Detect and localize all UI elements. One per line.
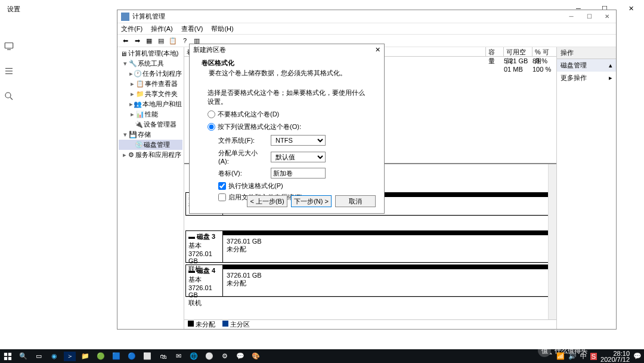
- fs-select[interactable]: NTFS: [271, 135, 326, 146]
- powershell-icon[interactable]: ＞: [64, 352, 76, 361]
- alloc-select[interactable]: 默认值: [271, 152, 326, 162]
- tree-localusers[interactable]: 本地用户和组: [143, 100, 182, 109]
- disk-label[interactable]: ▬ 磁盘 3 基本 3726.01 GB 联机: [185, 230, 222, 263]
- quick-format-label[interactable]: 执行快速格式化(P): [228, 182, 283, 190]
- mmc-maximize-button[interactable]: ☐: [580, 10, 598, 22]
- disk-size: 3726.01 GB: [188, 250, 220, 264]
- row-pct: 83 %: [532, 57, 556, 64]
- settings-taskbar-icon[interactable]: ⚙: [217, 349, 233, 363]
- mmc-close-button[interactable]: ✕: [598, 10, 616, 22]
- tray-icon[interactable]: S: [590, 353, 597, 360]
- menu-action[interactable]: 操作(A): [151, 24, 173, 33]
- toolbar-up-icon[interactable]: ▦: [144, 35, 154, 46]
- start-button[interactable]: [0, 349, 16, 363]
- line-icon[interactable]: 💬: [233, 349, 248, 363]
- mail-icon[interactable]: ✉: [171, 349, 186, 363]
- menu-view[interactable]: 查看(V): [181, 24, 203, 33]
- disk-partition[interactable]: 3726.01 GB 未分配: [222, 264, 555, 297]
- compress-checkbox[interactable]: [218, 193, 226, 201]
- app-icon-2[interactable]: 🔵: [124, 349, 140, 363]
- app-icon-1[interactable]: 🟦: [109, 349, 124, 363]
- disk-label[interactable]: ▬ 磁盘 4 基本 3726.01 GB 联机: [185, 264, 222, 297]
- toolbar-fwd-icon[interactable]: ➡: [132, 35, 143, 46]
- partition-size: 3726.01 GB: [227, 238, 551, 245]
- disk-name: ▬ 磁盘 4: [188, 267, 215, 274]
- tree-diskmgmt[interactable]: 磁盘管理: [144, 140, 170, 149]
- search-taskbar-icon[interactable]: 🔍: [16, 349, 31, 363]
- chrome-icon[interactable]: 🟢: [93, 349, 109, 363]
- close-button[interactable]: ✕: [618, 0, 644, 17]
- app-icon-3[interactable]: ⬜: [140, 349, 155, 363]
- tree-root[interactable]: 计算机管理(本地): [128, 49, 178, 58]
- mmc-title: 计算机管理: [132, 12, 165, 21]
- actions-more[interactable]: 更多操作▸: [557, 72, 616, 84]
- actions-diskmgmt[interactable]: 磁盘管理▴: [557, 59, 616, 72]
- tree-systools[interactable]: 系统工具: [138, 59, 164, 68]
- device-icon: 🔌: [135, 121, 143, 128]
- paint-icon[interactable]: 🎨: [248, 349, 264, 363]
- wizard-close-icon[interactable]: ✕: [375, 46, 380, 54]
- explorer-icon[interactable]: 📁: [78, 349, 93, 363]
- row-free: 01 MB: [504, 66, 532, 73]
- scrollbar[interactable]: [548, 164, 556, 319]
- computer-icon: 🖥: [120, 50, 127, 57]
- tray-ime-icon[interactable]: 中: [580, 352, 587, 361]
- vol-input[interactable]: [271, 168, 326, 179]
- radio-no-format-label[interactable]: 不要格式化这个卷(D): [218, 110, 279, 119]
- tray-volume-icon[interactable]: 🔊: [568, 352, 577, 360]
- col-capacity[interactable]: 容量: [486, 47, 504, 56]
- svg-point-5: [5, 93, 11, 98]
- taskview-icon[interactable]: ▭: [31, 349, 47, 363]
- tree-storage[interactable]: 存储: [138, 130, 151, 139]
- steam-icon[interactable]: ⚪: [202, 349, 217, 363]
- wizard-prompt: 选择是否要格式化这个卷；如果要格式化，要使用什么设置。: [208, 88, 366, 106]
- partition-status: 未分配: [227, 245, 551, 254]
- cancel-button[interactable]: 取消: [335, 195, 376, 207]
- radio-no-format[interactable]: [208, 110, 215, 118]
- radio-format[interactable]: [208, 123, 215, 131]
- menu-file[interactable]: 文件(F): [121, 24, 143, 33]
- list-icon[interactable]: [0, 62, 18, 80]
- tray-network-icon[interactable]: 📶: [556, 352, 565, 360]
- tools-icon: 🔧: [129, 60, 137, 67]
- tree-devmgr[interactable]: 设备管理器: [144, 120, 177, 129]
- alloc-label: 分配单元大小(A):: [218, 149, 266, 165]
- services-icon: ⚙: [128, 152, 134, 159]
- toolbar-refresh-icon[interactable]: 📋: [168, 35, 178, 46]
- tray-up-icon[interactable]: ˄: [549, 352, 553, 360]
- col-pct[interactable]: % 可用: [532, 47, 556, 56]
- col-free[interactable]: 可用空间: [504, 47, 532, 56]
- disk-type: 基本: [188, 275, 220, 284]
- edge-icon[interactable]: ◉: [47, 349, 62, 363]
- radio-format-label[interactable]: 按下列设置格式化这个卷(O):: [218, 122, 301, 131]
- mmc-minimize-button[interactable]: ─: [562, 10, 580, 22]
- disk-partition[interactable]: 3726.01 GB 未分配: [222, 230, 555, 263]
- mmc-tree[interactable]: 🖥计算机管理(本地) ▾🔧系统工具 ▸🕐任务计划程序 ▸📋事件查看器 ▸📁共享文…: [117, 47, 184, 329]
- menu-help[interactable]: 帮助(H): [211, 24, 233, 33]
- quick-format-checkbox[interactable]: [218, 182, 226, 190]
- legend-primary-icon: [222, 321, 228, 327]
- svg-rect-9: [4, 356, 7, 359]
- legend-unalloc-icon: [188, 321, 194, 327]
- tree-eventviewer[interactable]: 事件查看器: [145, 79, 178, 88]
- taskbar[interactable]: 🔍 ▭ ◉ ＞ 📁 🟢 🟦 🔵 ⬜ 🛍 ✉ 🌐 ⚪ ⚙ 💬 🎨 值 什么值得买 …: [0, 349, 644, 363]
- toolbar-props-icon[interactable]: ▤: [156, 35, 166, 46]
- taskbar-time[interactable]: 28:10: [600, 350, 630, 356]
- tree-perf[interactable]: 性能: [145, 110, 158, 119]
- display-icon[interactable]: [0, 37, 18, 55]
- event-icon: 📋: [137, 81, 144, 88]
- tree-tasksched[interactable]: 任务计划程序: [143, 69, 182, 78]
- next-button[interactable]: 下一步(N) >: [291, 195, 332, 207]
- disk-name: ▬ 磁盘 3: [188, 233, 215, 240]
- toolbar-back-icon[interactable]: ⬅: [120, 35, 131, 46]
- search-icon[interactable]: [0, 87, 18, 105]
- back-button[interactable]: < 上一步(B): [247, 195, 287, 207]
- legend-unalloc: 未分配: [196, 321, 215, 328]
- notifications-icon[interactable]: 💬: [633, 352, 642, 360]
- taskbar-date[interactable]: 2020/7/12: [600, 356, 630, 362]
- store-icon[interactable]: 🛍: [155, 349, 171, 363]
- tree-services[interactable]: 服务和应用程序: [135, 150, 181, 159]
- app-icon-4[interactable]: 🌐: [186, 349, 202, 363]
- tree-shared[interactable]: 共享文件夹: [145, 90, 178, 99]
- new-spanned-volume-wizard: 新建跨区卷 ✕ 卷区格式化 要在这个卷上储存数据，您必须先将其格式化。 选择是否…: [189, 44, 385, 214]
